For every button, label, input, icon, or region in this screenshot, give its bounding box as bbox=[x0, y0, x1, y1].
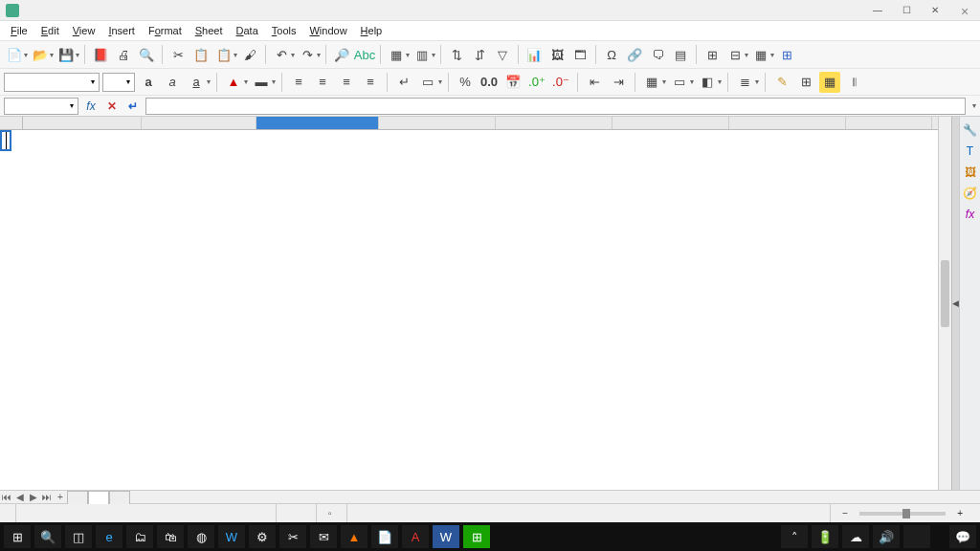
menu-format[interactable]: Format bbox=[142, 23, 189, 38]
special-char-icon[interactable]: Ω bbox=[601, 44, 622, 65]
minimize-button[interactable]: — bbox=[863, 1, 892, 20]
name-box[interactable]: ▾ bbox=[4, 98, 78, 115]
col-header-F[interactable] bbox=[612, 117, 729, 129]
menu-window[interactable]: Window bbox=[302, 23, 353, 38]
underline-icon[interactable]: a bbox=[186, 72, 207, 93]
close-button[interactable]: ✕ bbox=[921, 1, 949, 20]
tray-battery-icon[interactable]: 🔋 bbox=[812, 525, 838, 548]
col-header-B[interactable] bbox=[142, 117, 256, 129]
word2-icon[interactable]: W bbox=[433, 525, 459, 548]
menu-sheet[interactable]: Sheet bbox=[189, 23, 230, 38]
bold-icon[interactable]: a bbox=[138, 72, 159, 93]
sort-asc-icon[interactable]: ⇅ bbox=[446, 44, 467, 65]
font-color-icon[interactable]: ▲ bbox=[223, 72, 244, 93]
search-icon[interactable]: 🔍 bbox=[34, 525, 61, 548]
cond-format-icon[interactable]: ≣ bbox=[734, 72, 755, 93]
sheet-tab-3[interactable] bbox=[109, 491, 130, 504]
settings-icon[interactable]: ⚙ bbox=[249, 525, 276, 548]
formula-input[interactable] bbox=[145, 98, 966, 115]
indent-dec-icon[interactable]: ⇤ bbox=[584, 72, 605, 93]
zoom-out-icon[interactable]: − bbox=[842, 508, 848, 518]
image-icon[interactable]: 🖼 bbox=[546, 44, 568, 65]
notepad-icon[interactable]: 📄 bbox=[371, 525, 398, 548]
highlight-icon[interactable]: ▦ bbox=[819, 72, 840, 93]
date-icon[interactable]: 📅 bbox=[502, 72, 523, 93]
select-all-corner[interactable] bbox=[0, 117, 23, 129]
tab-next-icon[interactable]: ▶ bbox=[27, 492, 40, 502]
cut-icon[interactable]: ✂ bbox=[167, 44, 189, 65]
currency-icon[interactable]: % bbox=[455, 72, 476, 93]
zoom-in-icon[interactable]: + bbox=[957, 508, 963, 518]
print-icon[interactable]: 🖨 bbox=[113, 44, 134, 65]
fx-icon[interactable]: fx bbox=[82, 98, 100, 115]
edge-icon[interactable]: e bbox=[96, 525, 122, 548]
sort-desc-icon[interactable]: ⇵ bbox=[469, 44, 490, 65]
sidebar-collapse-handle[interactable]: ◀ bbox=[951, 117, 959, 490]
snip-icon[interactable]: ✂ bbox=[279, 525, 306, 548]
menu-tools[interactable]: Tools bbox=[265, 23, 303, 38]
tray-volume-icon[interactable]: 🔊 bbox=[873, 525, 900, 548]
comment-icon[interactable]: 🗨 bbox=[647, 44, 668, 65]
taskview-icon[interactable]: ◫ bbox=[65, 525, 92, 548]
preview-icon[interactable]: 🔍 bbox=[136, 44, 157, 65]
functions-icon[interactable]: fx bbox=[963, 207, 978, 222]
formula-expand-icon[interactable]: ▾ bbox=[972, 101, 976, 110]
clone-icon[interactable]: 🖌 bbox=[239, 44, 260, 65]
headers-icon[interactable]: ▤ bbox=[670, 44, 691, 65]
align-justify-icon[interactable]: ≡ bbox=[360, 72, 381, 93]
hyperlink-icon[interactable]: 🔗 bbox=[624, 44, 645, 65]
undo-icon[interactable]: ↶ bbox=[271, 44, 292, 65]
menu-file[interactable]: File bbox=[4, 23, 34, 38]
word-icon[interactable]: W bbox=[218, 525, 245, 548]
cancel-formula-icon[interactable]: ✕ bbox=[103, 98, 121, 115]
styles-icon[interactable]: ⊞ bbox=[795, 72, 816, 93]
sheet-tab-2[interactable] bbox=[88, 491, 109, 504]
properties-icon[interactable]: 🔧 bbox=[963, 122, 978, 138]
open-icon[interactable]: 📂 bbox=[30, 44, 51, 65]
col-header-D[interactable] bbox=[379, 117, 496, 129]
gallery-icon[interactable]: ⦀ bbox=[843, 72, 864, 93]
mail-icon[interactable]: ✉ bbox=[310, 525, 337, 548]
active-cell-editor[interactable] bbox=[0, 130, 11, 151]
bg-color-icon[interactable]: ▬ bbox=[251, 72, 272, 93]
pdf-icon[interactable]: 📕 bbox=[90, 44, 111, 65]
tray-up-icon[interactable]: ˄ bbox=[781, 525, 808, 548]
chrome-icon[interactable]: ◍ bbox=[188, 525, 214, 548]
vertical-scrollbar[interactable] bbox=[938, 117, 951, 490]
menu-data[interactable]: Data bbox=[230, 23, 265, 38]
menu-view[interactable]: View bbox=[66, 23, 102, 38]
explorer-icon[interactable]: 🗂 bbox=[126, 525, 153, 548]
align-left-icon[interactable]: ≡ bbox=[288, 72, 309, 93]
close-doc-icon[interactable]: × bbox=[961, 4, 974, 17]
start-icon[interactable]: ⊞ bbox=[4, 525, 31, 548]
find-icon[interactable]: 🔎 bbox=[331, 44, 352, 65]
calc-icon[interactable]: ⊞ bbox=[463, 525, 490, 548]
align-right-icon[interactable]: ≡ bbox=[336, 72, 357, 93]
split-icon[interactable]: ⊟ bbox=[724, 44, 746, 65]
add-dec-icon[interactable]: .0⁺ bbox=[526, 72, 547, 93]
paste-icon[interactable]: 📋 bbox=[213, 44, 234, 65]
action-center-icon[interactable]: 💬 bbox=[949, 525, 976, 548]
zoom-slider[interactable] bbox=[859, 512, 946, 516]
styles-panel-icon[interactable]: T bbox=[963, 143, 978, 159]
border-style-icon[interactable]: ▭ bbox=[669, 72, 690, 93]
tab-prev-icon[interactable]: ◀ bbox=[13, 492, 27, 502]
store-icon[interactable]: 🛍 bbox=[157, 525, 184, 548]
tray-lang[interactable] bbox=[903, 525, 930, 548]
save-icon[interactable]: 💾 bbox=[56, 44, 77, 65]
border-color-icon[interactable]: ◧ bbox=[697, 72, 718, 93]
sheet-tab-1[interactable] bbox=[67, 491, 88, 504]
freeze-icon[interactable]: ⊞ bbox=[702, 44, 723, 65]
row-icon[interactable]: ▦ bbox=[386, 44, 407, 65]
window-icon[interactable]: ▦ bbox=[750, 44, 771, 65]
accept-formula-icon[interactable]: ↵ bbox=[124, 98, 142, 115]
menu-insert[interactable]: Insert bbox=[101, 23, 142, 38]
col-header-A[interactable] bbox=[23, 117, 142, 129]
pivot-icon[interactable]: 🗔 bbox=[569, 44, 590, 65]
col-icon[interactable]: ▥ bbox=[412, 44, 433, 65]
redo-icon[interactable]: ↷ bbox=[297, 44, 318, 65]
maximize-button[interactable]: ☐ bbox=[892, 1, 921, 20]
chart-icon[interactable]: 📊 bbox=[523, 44, 545, 65]
spellcheck-icon[interactable]: Abc bbox=[354, 44, 375, 65]
acrobat-icon[interactable]: A bbox=[402, 525, 429, 548]
